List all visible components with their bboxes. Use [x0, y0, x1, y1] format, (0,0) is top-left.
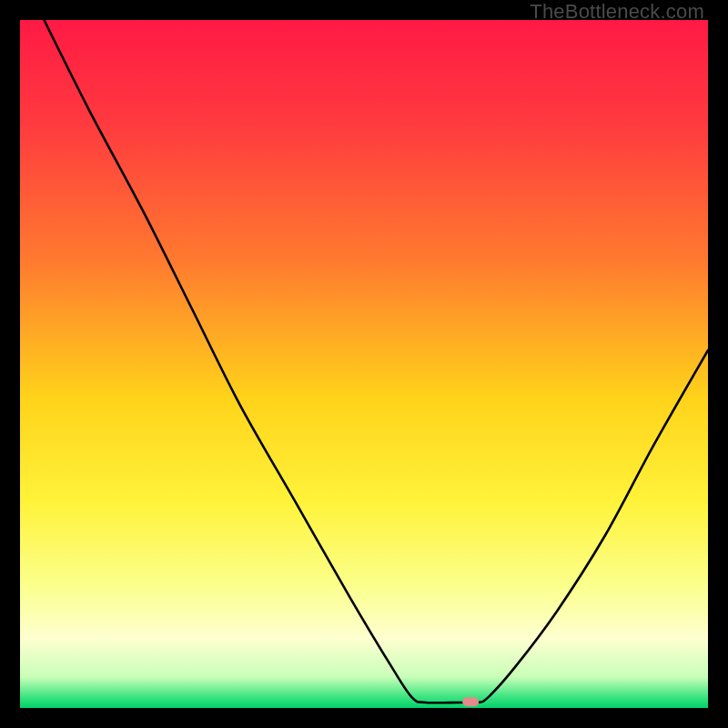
gradient-background — [20, 20, 708, 708]
optimum-marker — [462, 697, 479, 706]
chart-frame — [20, 20, 708, 708]
bottleneck-chart — [20, 20, 708, 708]
